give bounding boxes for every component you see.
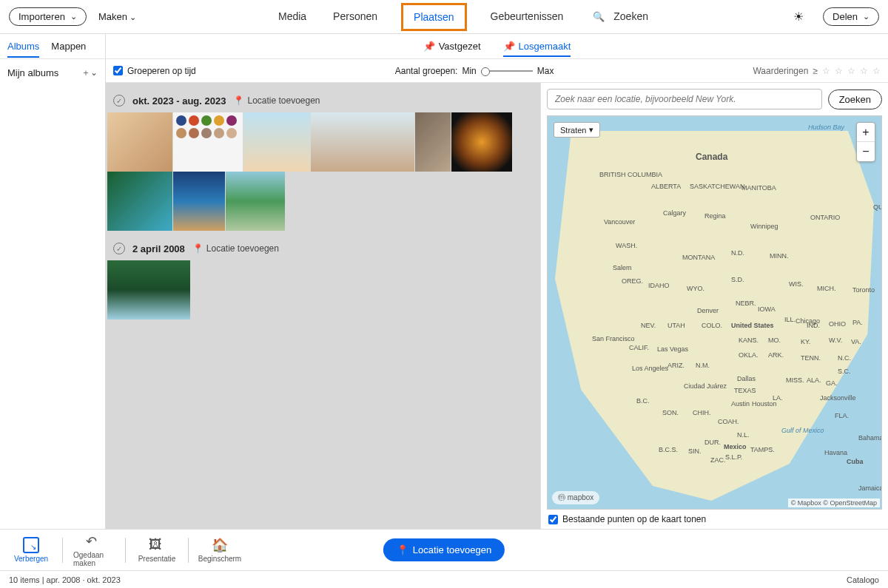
add-location-button[interactable]: 📍 Locatie toevoegen (383, 538, 505, 561)
map-label: Toronto (852, 286, 875, 294)
filter-bar: Groeperen op tijd Aantal groepen: Min Ma… (106, 59, 888, 83)
map-label: Austin (731, 400, 750, 408)
zoom-out-button[interactable]: − (857, 142, 875, 161)
thumb-row (106, 172, 540, 231)
nav-gebeurtenissen[interactable]: Gebeurtenissen (488, 3, 567, 31)
thumbnail[interactable] (107, 260, 190, 320)
nav-personen[interactable]: Personen (330, 3, 380, 31)
map-label: Havana (824, 449, 847, 456)
tab-mappen[interactable]: Mappen (51, 41, 86, 52)
thumbnail[interactable] (173, 172, 225, 231)
gallery: ✓ okt. 2023 - aug. 2023 📍Locatie toevoeg… (106, 83, 540, 529)
status-right: Catalogo (847, 575, 879, 584)
map-label: Regina (704, 212, 726, 220)
groeperen-checkbox[interactable]: Groeperen op tijd (113, 66, 196, 76)
map-label: ARK. (768, 351, 784, 359)
map-label: NEV. (641, 322, 656, 329)
thumb-row (106, 112, 540, 172)
pin-icon: 📌 (503, 41, 515, 52)
thumbnail[interactable] (415, 112, 451, 172)
map-label: DUR. (704, 439, 721, 446)
thumbnail[interactable] (311, 112, 414, 172)
map-label: ZAC. (710, 456, 726, 464)
zoom-in-button[interactable]: + (857, 123, 875, 142)
map-label: Guatemala (781, 508, 814, 510)
thumbnail[interactable] (226, 172, 285, 231)
ongedaan-button[interactable]: ↶ Ogedaan maken (73, 533, 115, 567)
left-tabs: Albums Mappen (0, 34, 106, 58)
verbergen-button[interactable]: ↘ Verbergen (10, 537, 52, 563)
tab-albums[interactable]: Albums (7, 35, 39, 58)
map-label: VA. (851, 338, 861, 345)
add-location-link[interactable]: 📍Locatie toevoegen (192, 243, 279, 254)
home-icon: 🏠 (212, 537, 228, 553)
delen-button[interactable]: Delen (823, 7, 879, 26)
pin-vastgezet[interactable]: 📌Vastgezet (423, 41, 481, 52)
beginscherm-button[interactable]: 🏠 Beginscherm (199, 537, 240, 563)
map-label: B.C. (636, 397, 650, 405)
group-check-icon[interactable]: ✓ (113, 243, 125, 254)
nav-zoeken[interactable]: 🔍 Zoeken (587, 3, 654, 31)
map-label: Calgary (663, 209, 686, 217)
pin-losgemaakt[interactable]: 📌Losgemaakt (503, 36, 571, 57)
map-label: MO. (768, 337, 781, 344)
map-label: Hudson Bay (808, 124, 844, 131)
map-label: ONTARIO (810, 214, 840, 221)
nav-plaatsen[interactable]: Plaatsen (401, 3, 466, 31)
map-label: B.C.S. (659, 446, 678, 453)
star-icon[interactable]: ☆ (822, 66, 830, 76)
map-label: Dallas (737, 375, 756, 382)
sidebar-mijn-albums[interactable]: Mijn albums ＋⌄ (7, 67, 98, 79)
star-icon[interactable]: ☆ (872, 66, 881, 76)
map-label: Los Angeles (632, 365, 668, 372)
location-pin-icon: 📍 (233, 95, 244, 106)
map-label: Winnipeg (750, 223, 778, 230)
map-label: MINN. (770, 252, 789, 260)
map-label: SIN. (688, 447, 702, 455)
map[interactable]: Straten▾ + − Canada BRITISH COLUMBIA ALB… (547, 115, 882, 510)
map-label: BRITISH COLUMBIA (599, 171, 662, 178)
pin-tabs: 📌Vastgezet 📌Losgemaakt (106, 36, 888, 57)
show-existing-points-checkbox[interactable]: Bestaande punten op de kaart tonen (541, 510, 888, 529)
ratings-filter[interactable]: Waarderingen ≥ ☆ ☆ ☆ ☆ ☆ (753, 66, 881, 76)
star-icon[interactable]: ☆ (860, 66, 868, 76)
map-label: W.V. (829, 337, 842, 344)
map-label: COAH. (718, 418, 739, 425)
star-icon[interactable]: ☆ (835, 66, 843, 76)
add-album-icon[interactable]: ＋⌄ (81, 67, 98, 79)
thumbnail[interactable] (107, 172, 172, 231)
map-label: OHIO (829, 320, 846, 328)
map-label: WASH. (616, 242, 637, 249)
sidebar-label: Mijn albums (7, 67, 58, 78)
map-label: San Francisco (592, 335, 635, 342)
star-icon[interactable]: ☆ (847, 66, 855, 76)
divider (125, 538, 126, 563)
map-label: ALBERTA (651, 183, 681, 190)
group-check-icon[interactable]: ✓ (113, 95, 125, 107)
presentatie-button[interactable]: 🖼 Presentatie (136, 537, 178, 563)
map-label: COLO. (702, 322, 722, 329)
map-label: SASKATCHEWAN (690, 183, 745, 190)
gte-label: ≥ (813, 66, 818, 76)
chevron-down-icon: ▾ (589, 125, 593, 135)
add-location-link[interactable]: 📍Locatie toevoegen (233, 95, 320, 106)
map-attribution: © Mapbox © OpenStreetMap (788, 499, 880, 507)
main-nav: Media Personen Plaatsen Gebeurtenissen 🔍… (148, 3, 781, 31)
thumbnail[interactable] (243, 112, 310, 172)
map-zoom-controls: + − (856, 122, 875, 162)
zoeken-button[interactable]: Zoeken (828, 89, 882, 109)
bottom-toolbar: ↘ Verbergen ↶ Ogedaan maken 🖼 Presentati… (0, 529, 888, 570)
group-slider-track[interactable] (481, 70, 533, 72)
thumbnail[interactable] (173, 112, 243, 172)
location-search-input[interactable] (547, 89, 822, 109)
theme-toggle-icon[interactable]: ☀ (793, 10, 804, 24)
thumbnail[interactable] (451, 112, 512, 172)
map-label: Cuba (847, 458, 864, 465)
importeren-button[interactable]: Importeren (9, 7, 87, 26)
nav-media[interactable]: Media (275, 3, 309, 31)
map-style-select[interactable]: Straten▾ (554, 122, 600, 138)
divider (62, 538, 63, 563)
maken-button[interactable]: Maken (98, 11, 136, 22)
map-label: IND. (807, 322, 820, 329)
thumbnail[interactable] (107, 112, 172, 172)
